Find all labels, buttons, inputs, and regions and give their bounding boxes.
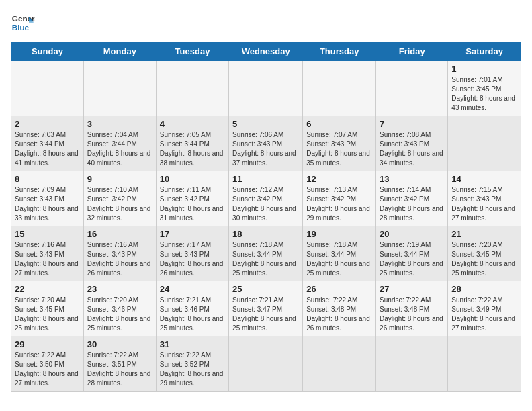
day-cell-3: 3Sunrise: 7:04 AMSunset: 3:44 PMDaylight…	[83, 116, 156, 171]
day-cell-5: 5Sunrise: 7:06 AMSunset: 3:43 PMDaylight…	[229, 116, 303, 171]
day-cell-15: 15Sunrise: 7:16 AMSunset: 3:43 PMDayligh…	[11, 226, 84, 281]
day-cell-1: 1Sunrise: 7:01 AMSunset: 3:45 PMDaylight…	[448, 61, 521, 116]
empty-cell	[11, 61, 84, 116]
day-cell-7: 7Sunrise: 7:08 AMSunset: 3:43 PMDaylight…	[376, 116, 448, 171]
col-header-saturday: Saturday	[448, 42, 521, 61]
day-cell-16: 16Sunrise: 7:16 AMSunset: 3:43 PMDayligh…	[83, 226, 156, 281]
day-cell-22: 22Sunrise: 7:20 AMSunset: 3:45 PMDayligh…	[11, 281, 84, 336]
col-header-friday: Friday	[376, 42, 448, 61]
day-cell-30: 30Sunrise: 7:22 AMSunset: 3:51 PMDayligh…	[83, 336, 156, 392]
svg-text:Blue: Blue	[12, 23, 30, 32]
col-header-monday: Monday	[83, 42, 156, 61]
day-cell-12: 12Sunrise: 7:13 AMSunset: 3:42 PMDayligh…	[303, 171, 376, 226]
empty-cell	[303, 61, 376, 116]
day-cell-29: 29Sunrise: 7:22 AMSunset: 3:50 PMDayligh…	[11, 336, 84, 392]
day-cell-11: 11Sunrise: 7:12 AMSunset: 3:42 PMDayligh…	[229, 171, 303, 226]
logo: General Blue	[11, 11, 35, 35]
empty-cell	[303, 336, 376, 392]
day-cell-8: 8Sunrise: 7:09 AMSunset: 3:43 PMDaylight…	[11, 171, 84, 226]
day-cell-10: 10Sunrise: 7:11 AMSunset: 3:42 PMDayligh…	[156, 171, 228, 226]
day-cell-25: 25Sunrise: 7:21 AMSunset: 3:47 PMDayligh…	[229, 281, 303, 336]
day-cell-2: 2Sunrise: 7:03 AMSunset: 3:44 PMDaylight…	[11, 116, 84, 171]
empty-cell	[83, 61, 156, 116]
calendar-table: SundayMondayTuesdayWednesdayThursdayFrid…	[11, 42, 521, 392]
header: General Blue	[11, 11, 521, 35]
day-cell-14: 14Sunrise: 7:15 AMSunset: 3:43 PMDayligh…	[448, 171, 521, 226]
day-cell-9: 9Sunrise: 7:10 AMSunset: 3:42 PMDaylight…	[83, 171, 156, 226]
day-cell-19: 19Sunrise: 7:18 AMSunset: 3:44 PMDayligh…	[303, 226, 376, 281]
day-cell-27: 27Sunrise: 7:22 AMSunset: 3:48 PMDayligh…	[376, 281, 448, 336]
day-cell-17: 17Sunrise: 7:17 AMSunset: 3:43 PMDayligh…	[156, 226, 228, 281]
col-header-sunday: Sunday	[11, 42, 84, 61]
day-cell-26: 26Sunrise: 7:22 AMSunset: 3:48 PMDayligh…	[303, 281, 376, 336]
day-cell-18: 18Sunrise: 7:18 AMSunset: 3:44 PMDayligh…	[229, 226, 303, 281]
day-cell-28: 28Sunrise: 7:22 AMSunset: 3:49 PMDayligh…	[448, 281, 521, 336]
day-cell-21: 21Sunrise: 7:20 AMSunset: 3:45 PMDayligh…	[448, 226, 521, 281]
empty-cell	[229, 61, 303, 116]
empty-cell	[376, 336, 448, 392]
col-header-tuesday: Tuesday	[156, 42, 228, 61]
col-header-wednesday: Wednesday	[229, 42, 303, 61]
empty-cell	[448, 336, 521, 392]
day-cell-13: 13Sunrise: 7:14 AMSunset: 3:42 PMDayligh…	[376, 171, 448, 226]
day-cell-23: 23Sunrise: 7:20 AMSunset: 3:46 PMDayligh…	[83, 281, 156, 336]
logo-icon: General Blue	[11, 11, 35, 35]
day-cell-4: 4Sunrise: 7:05 AMSunset: 3:44 PMDaylight…	[156, 116, 228, 171]
day-cell-6: 6Sunrise: 7:07 AMSunset: 3:43 PMDaylight…	[303, 116, 376, 171]
empty-cell	[448, 116, 521, 171]
day-cell-20: 20Sunrise: 7:19 AMSunset: 3:44 PMDayligh…	[376, 226, 448, 281]
empty-cell	[156, 61, 228, 116]
empty-cell	[376, 61, 448, 116]
col-header-thursday: Thursday	[303, 42, 376, 61]
empty-cell	[229, 336, 303, 392]
day-cell-31: 31Sunrise: 7:22 AMSunset: 3:52 PMDayligh…	[156, 336, 228, 392]
day-cell-24: 24Sunrise: 7:21 AMSunset: 3:46 PMDayligh…	[156, 281, 228, 336]
